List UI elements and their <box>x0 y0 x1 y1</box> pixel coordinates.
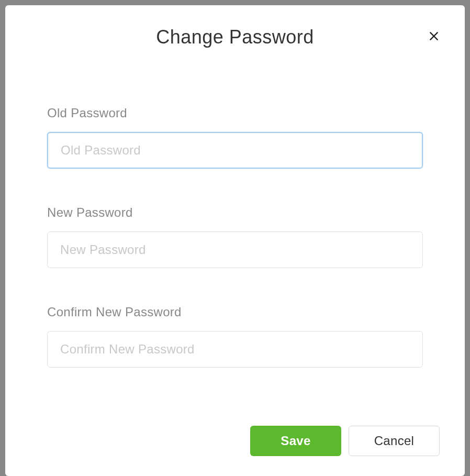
confirm-password-group: Confirm New Password <box>47 305 423 368</box>
save-button[interactable]: Save <box>250 426 341 456</box>
modal-header: Change Password <box>5 5 465 48</box>
close-button[interactable] <box>426 28 442 44</box>
modal-body: Old Password New Password Confirm New Pa… <box>5 48 465 368</box>
modal-title: Change Password <box>26 26 444 48</box>
confirm-password-input[interactable] <box>47 331 423 368</box>
old-password-group: Old Password <box>47 106 423 169</box>
cancel-button[interactable]: Cancel <box>349 426 440 456</box>
change-password-modal: Change Password Old Password New Passwor… <box>5 5 465 476</box>
old-password-label: Old Password <box>47 106 423 120</box>
new-password-input[interactable] <box>47 231 423 268</box>
modal-footer: Save Cancel <box>250 426 440 456</box>
new-password-label: New Password <box>47 205 423 220</box>
old-password-input[interactable] <box>47 132 423 169</box>
close-icon <box>428 30 440 42</box>
confirm-password-label: Confirm New Password <box>47 305 423 319</box>
new-password-group: New Password <box>47 205 423 268</box>
